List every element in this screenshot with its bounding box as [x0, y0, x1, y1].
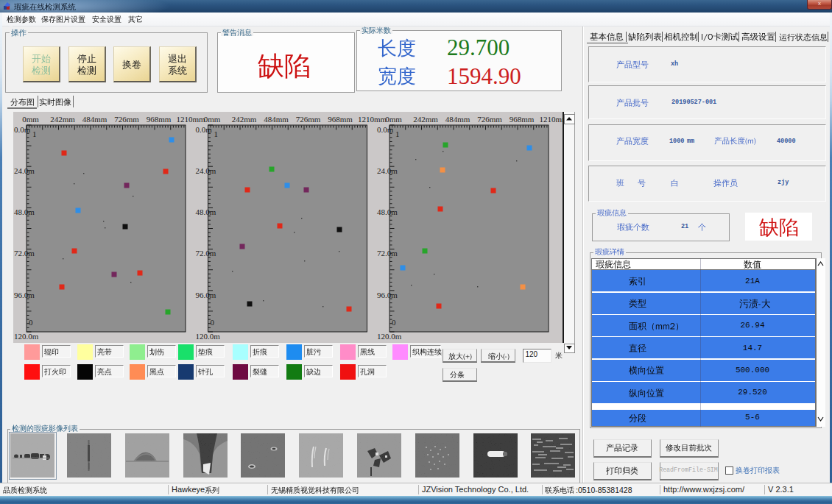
svg-text:120.0m: 120.0m — [196, 332, 221, 341]
svg-text:72.0m: 72.0m — [377, 249, 398, 258]
svg-text:1: 1 — [214, 129, 219, 138]
svg-text:0.0m: 0.0m — [14, 125, 31, 134]
svg-text:0.0m: 0.0m — [377, 125, 394, 134]
svg-text:0: 0 — [29, 318, 33, 327]
svg-text:484mm: 484mm — [82, 115, 107, 124]
svg-text:0.0m: 0.0m — [196, 125, 213, 134]
svg-text:242mm: 242mm — [50, 115, 75, 124]
svg-text:726mm: 726mm — [296, 115, 321, 124]
svg-text:968mm: 968mm — [510, 115, 535, 124]
svg-text:120.0m: 120.0m — [377, 332, 402, 341]
svg-text:0: 0 — [392, 318, 396, 327]
svg-text:968mm: 968mm — [328, 115, 353, 124]
svg-text:96.0m: 96.0m — [14, 291, 35, 299]
svg-text:0: 0 — [211, 318, 215, 327]
svg-text:0mm: 0mm — [204, 115, 221, 124]
svg-text:48.0m: 48.0m — [14, 207, 35, 216]
svg-text:0mm: 0mm — [22, 115, 39, 124]
svg-text:72.0m: 72.0m — [196, 249, 216, 258]
svg-text:1: 1 — [32, 129, 37, 138]
svg-text:726mm: 726mm — [477, 115, 502, 124]
svg-text:24.0m: 24.0m — [377, 166, 398, 175]
svg-text:48.0m: 48.0m — [196, 207, 216, 216]
svg-text:726mm: 726mm — [114, 115, 139, 124]
svg-text:96.0m: 96.0m — [196, 291, 216, 299]
svg-text:484mm: 484mm — [445, 115, 470, 124]
svg-text:1210mm: 1210mm — [177, 115, 206, 124]
svg-text:0mm: 0mm — [385, 115, 402, 124]
svg-text:24.0m: 24.0m — [14, 166, 35, 175]
svg-text:24.0m: 24.0m — [196, 166, 216, 175]
svg-text:242mm: 242mm — [413, 115, 438, 124]
svg-text:484mm: 484mm — [264, 115, 289, 124]
svg-text:72.0m: 72.0m — [14, 249, 35, 258]
svg-text:1: 1 — [395, 129, 400, 138]
svg-text:120.0m: 120.0m — [14, 332, 39, 341]
svg-text:48.0m: 48.0m — [377, 207, 398, 216]
svg-text:96.0m: 96.0m — [377, 291, 398, 299]
svg-text:242mm: 242mm — [232, 115, 257, 124]
svg-text:968mm: 968mm — [147, 115, 172, 124]
svg-text:1210mm: 1210mm — [540, 115, 563, 124]
svg-text:1210mm: 1210mm — [358, 115, 387, 124]
